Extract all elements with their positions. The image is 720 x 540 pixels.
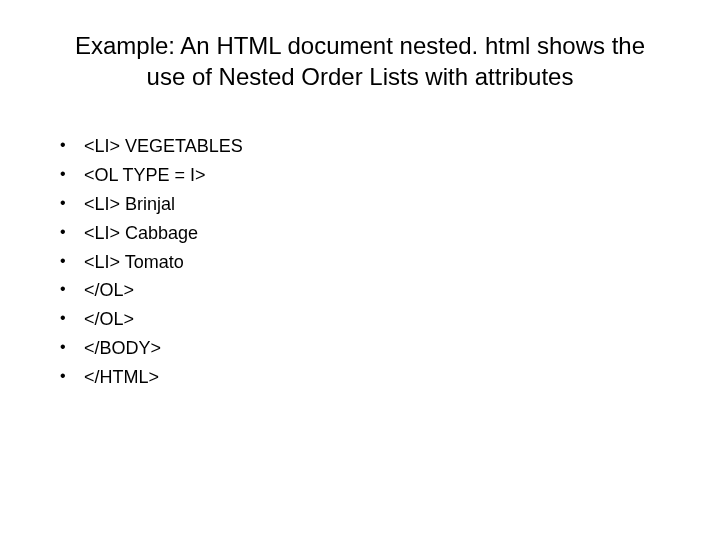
list-item: <LI> Brinjal [60,190,680,219]
list-item: </HTML> [60,363,680,392]
list-item: </OL> [60,305,680,334]
list-item: </BODY> [60,334,680,363]
list-item: <LI> Cabbage [60,219,680,248]
list-item: </OL> [60,276,680,305]
list-item: <OL TYPE = I> [60,161,680,190]
list-item: <LI> Tomato [60,248,680,277]
slide-title: Example: An HTML document nested. html s… [40,30,680,92]
list-item: <LI> VEGETABLES [60,132,680,161]
code-list: <LI> VEGETABLES <OL TYPE = I> <LI> Brinj… [60,132,680,391]
slide-content: <LI> VEGETABLES <OL TYPE = I> <LI> Brinj… [40,132,680,391]
